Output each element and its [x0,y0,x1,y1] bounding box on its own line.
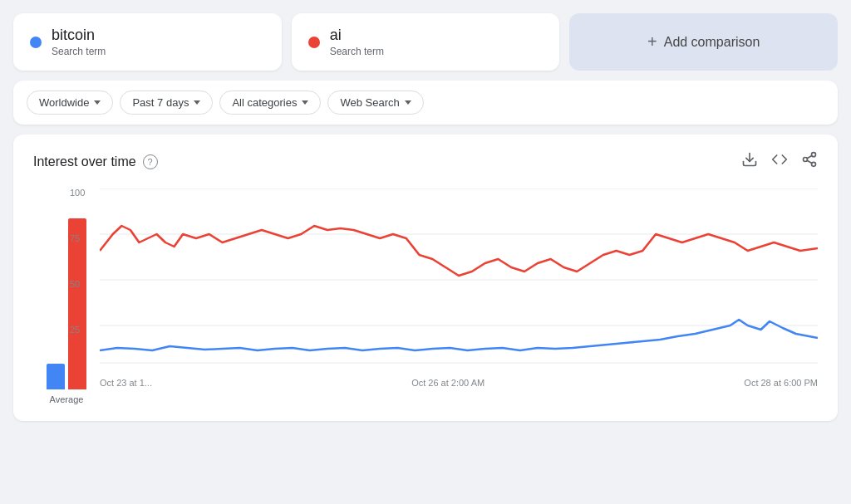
period-chevron-icon [194,100,200,105]
y-label-25: 25 [70,325,85,335]
filters-bar: Worldwide Past 7 days All categories Web… [13,81,838,125]
svg-line-5 [807,155,812,158]
bars-container [33,188,100,389]
period-label: Past 7 days [132,96,189,109]
region-filter[interactable]: Worldwide [27,91,113,115]
bitcoin-dot [30,37,42,48]
bar-chart-section: Average [33,188,100,404]
region-label: Worldwide [39,96,89,109]
add-comparison-button[interactable]: + Add comparison [569,13,838,71]
search-type-filter[interactable]: Web Search [327,91,423,115]
bitcoin-term-name: bitcoin [52,27,106,44]
category-filter[interactable]: All categories [219,91,321,115]
bitcoin-line [100,226,818,276]
chart-header: Interest over time ? [33,151,818,172]
period-filter[interactable]: Past 7 days [120,91,213,115]
ai-line [100,320,818,350]
x-label-mid: Oct 26 at 2:00 AM [411,378,485,388]
chart-body: Average 100 75 50 25 [33,188,818,404]
bitcoin-term-type: Search term [52,46,106,57]
line-chart-svg [100,188,818,371]
y-axis-labels: 100 75 50 25 [70,188,85,371]
y-label-50: 50 [70,280,85,289]
bitcoin-term-card: bitcoin Search term [13,13,282,71]
region-chevron-icon [94,100,101,105]
ai-term-name: ai [330,27,384,44]
ai-dot [308,37,320,48]
line-chart-container: 100 75 50 25 [100,188,818,404]
svg-line-4 [807,160,812,163]
category-chevron-icon [302,100,308,105]
chart-section: Interest over time ? [13,135,838,421]
chart-title-group: Interest over time ? [33,154,158,169]
x-label-start: Oct 23 at 1... [100,378,152,388]
chart-title-text: Interest over time [33,154,136,169]
share-icon[interactable] [801,151,818,172]
embed-icon[interactable] [771,151,788,172]
bar-average-label: Average [50,394,84,404]
download-icon[interactable] [741,151,758,172]
x-label-end: Oct 28 at 6:00 PM [744,378,818,388]
search-type-label: Web Search [340,96,399,109]
y-label-75: 75 [70,234,85,243]
category-label: All categories [232,96,297,109]
bitcoin-bar [47,364,65,389]
chart-actions [741,151,818,172]
x-axis-labels: Oct 23 at 1... Oct 26 at 2:00 AM Oct 28 … [100,374,818,388]
ai-term-type: Search term [330,46,384,57]
help-icon[interactable]: ? [143,154,158,169]
ai-term-card: ai Search term [292,13,560,71]
y-label-100: 100 [70,188,85,198]
search-type-chevron-icon [405,100,411,105]
plus-icon: + [647,32,657,51]
add-comparison-label: Add comparison [664,35,760,50]
